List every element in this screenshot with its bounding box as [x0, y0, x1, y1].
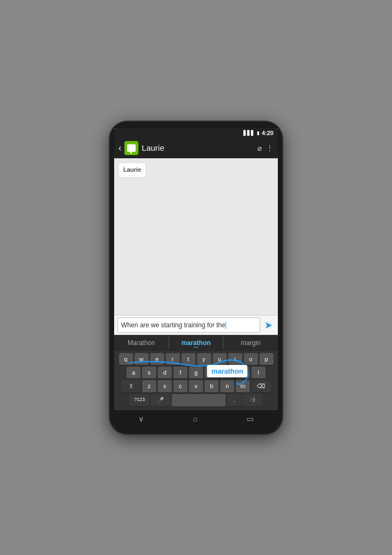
key-a[interactable]: a [127, 367, 141, 378]
key-e[interactable]: e [150, 353, 164, 365]
key-period[interactable]: . [227, 394, 241, 406]
key-smiley[interactable]: :-) [243, 394, 262, 406]
nav-home-button[interactable]: ⌂ [193, 415, 197, 423]
action-icons: ⌀ ⋮ [257, 144, 274, 152]
key-shift[interactable]: ⇧ [121, 380, 141, 392]
key-y[interactable]: y [197, 353, 211, 365]
message-bubble-wrapper: Laurie [118, 163, 274, 178]
key-mic[interactable]: 🎤 [151, 394, 170, 406]
dot-3 [197, 347, 198, 348]
key-n[interactable]: n marathon [220, 380, 234, 392]
key-p[interactable]: p [260, 353, 274, 365]
key-row-4: ?123 🎤 . :-) [115, 394, 277, 406]
contact-name: Laurie [142, 143, 254, 152]
menu-icon[interactable]: ⋮ [266, 144, 274, 152]
key-b[interactable]: b [205, 380, 219, 392]
message-input[interactable]: When are we starting training for the [117, 318, 260, 333]
key-g[interactable]: g [189, 367, 203, 378]
suggestion-bar: Marathon marathon margin [114, 335, 278, 351]
key-t[interactable]: t [181, 353, 195, 365]
suggestion-dots [194, 347, 198, 348]
send-button[interactable]: ➤ [262, 318, 275, 332]
status-time: 4:20 [262, 130, 274, 136]
suggestion-marathon-cap[interactable]: Marathon [114, 337, 169, 349]
action-bar: ‹ Laurie ⌀ ⋮ [114, 138, 278, 158]
message-bubble: Laurie [118, 163, 146, 178]
input-text: When are we starting training for the [121, 321, 225, 329]
key-row-3: ⇧ z x c v b n marathon m ⌫ [115, 380, 277, 392]
key-l[interactable]: l [251, 367, 265, 378]
key-row-2: a s d f g h j k l [115, 367, 277, 378]
key-d[interactable]: d [158, 367, 172, 378]
suggestion-marathon[interactable]: marathon [169, 337, 223, 349]
app-icon-inner [127, 144, 136, 152]
suggestion-margin[interactable]: margin [223, 337, 278, 349]
key-o[interactable]: o [244, 353, 258, 365]
key-w[interactable]: w [135, 353, 149, 365]
key-x[interactable]: x [158, 380, 172, 392]
cursor [226, 321, 226, 329]
battery-icon: ▮ [257, 130, 260, 136]
keyboard-container: q w e r t y u i o p a s d f g [114, 351, 278, 410]
swipe-word-popup: marathon [207, 365, 247, 377]
key-c[interactable]: c [173, 380, 187, 392]
signal-icon: ▋▋▋ [243, 130, 255, 136]
key-i[interactable]: i [228, 353, 242, 365]
key-numbers[interactable]: ?123 [130, 394, 149, 406]
phone-device: ▋▋▋ ▮ 4:20 ‹ Laurie ⌀ ⋮ Laurie [110, 122, 282, 434]
keyboard: q w e r t y u i o p a s d f g [114, 351, 278, 410]
key-m[interactable]: m [236, 380, 250, 392]
nav-back-button[interactable]: ∨ [138, 415, 144, 423]
attach-icon[interactable]: ⌀ [257, 144, 262, 152]
message-area: Laurie [114, 158, 278, 315]
key-v[interactable]: v [189, 380, 203, 392]
phone-screen: ▋▋▋ ▮ 4:20 ‹ Laurie ⌀ ⋮ Laurie [114, 128, 278, 427]
app-icon [124, 141, 138, 155]
input-area[interactable]: When are we starting training for the ➤ [114, 315, 278, 335]
dot-1 [194, 347, 195, 348]
key-f[interactable]: f [173, 367, 187, 378]
key-space[interactable] [172, 394, 226, 406]
key-u[interactable]: u [213, 353, 227, 365]
key-z[interactable]: z [142, 380, 156, 392]
nav-recent-button[interactable]: ▭ [247, 415, 254, 423]
status-bar: ▋▋▋ ▮ 4:20 [114, 128, 278, 138]
key-q[interactable]: q [119, 353, 133, 365]
back-button[interactable]: ‹ [118, 143, 121, 153]
key-row-1: q w e r t y u i o p [115, 353, 277, 365]
key-backspace[interactable]: ⌫ [251, 380, 271, 392]
key-s[interactable]: s [142, 367, 156, 378]
key-r[interactable]: r [166, 353, 180, 365]
nav-bar: ∨ ⌂ ▭ [114, 410, 278, 427]
dot-2 [195, 347, 197, 348]
message-sender: Laurie [123, 166, 141, 173]
